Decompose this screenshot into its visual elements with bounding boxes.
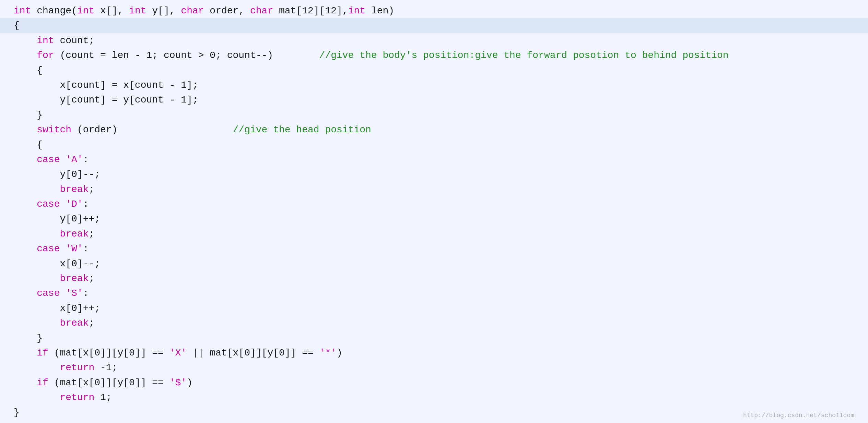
code-token-str: '*' — [319, 346, 337, 360]
code-line: } — [0, 331, 868, 346]
code-token-plain — [14, 271, 60, 286]
code-token-plain: y[], — [146, 3, 181, 18]
code-token-plain — [60, 197, 66, 212]
code-line: x[0]++; — [0, 301, 868, 316]
code-token-kw: case — [37, 152, 60, 167]
code-token-str: 'S' — [66, 286, 83, 301]
code-line: return 1; — [0, 390, 868, 405]
code-token-plain: ]++; — [77, 301, 100, 316]
code-line: break; — [0, 316, 868, 330]
code-line: for (count = len - 1; count > 0; count--… — [0, 48, 868, 63]
code-token-str: 'W' — [66, 241, 83, 256]
code-token-plain: ]] == — [135, 375, 169, 390]
code-line: case 'W': — [0, 241, 868, 256]
code-line: int count; — [0, 33, 868, 48]
code-token-plain: ) — [337, 346, 342, 360]
code-line: return -1; — [0, 360, 868, 375]
code-line: { — [0, 63, 868, 78]
code-token-plain — [14, 286, 37, 301]
code-line: if (mat[x[0]][y[0]] == 'X' || mat[x[0]][… — [0, 346, 868, 360]
code-token-num: 0 — [279, 346, 285, 360]
code-token-plain: } — [14, 108, 43, 122]
code-token-num: 0 — [71, 256, 77, 271]
code-token-plain: ]; — [187, 93, 198, 107]
code-token-plain — [14, 346, 37, 360]
code-token-num: 0 — [244, 346, 250, 360]
code-token-num: 1 — [106, 360, 112, 375]
code-token-plain: order, — [204, 3, 250, 18]
code-line: y[count] = y[count - 1]; — [0, 93, 868, 107]
code-token-kw: break — [60, 182, 89, 197]
code-line: { — [0, 18, 868, 33]
code-token-num: 0 — [71, 167, 77, 182]
code-token-kw: char — [250, 3, 273, 18]
code-token-kw: case — [37, 286, 60, 301]
code-token-plain: len) — [365, 3, 394, 18]
code-line: x[count] = x[count - 1]; — [0, 78, 868, 93]
code-token-num: 0 — [129, 346, 135, 360]
code-line: if (mat[x[0]][y[0]] == '$') — [0, 375, 868, 390]
code-token-kw: int — [77, 3, 94, 18]
code-token-plain: ; — [106, 390, 112, 405]
code-token-plain: : — [83, 197, 89, 212]
code-token-kw: switch — [37, 122, 71, 137]
code-token-str: 'A' — [66, 152, 83, 167]
code-token-plain: : — [83, 286, 89, 301]
code-token-kw: for — [37, 48, 54, 63]
code-token-num: 0 — [71, 301, 77, 316]
code-token-num: 0 — [94, 346, 100, 360]
code-token-plain: ]++; — [77, 212, 100, 226]
code-token-plain — [14, 152, 37, 167]
code-token-plain: ]][y[ — [100, 375, 129, 390]
code-container: int change(int x[], int y[], char order,… — [0, 0, 868, 423]
code-line: y[0]++; — [0, 212, 868, 226]
code-token-plain: { — [14, 63, 43, 78]
code-token-plain: ], — [337, 3, 348, 18]
code-token-num: 12 — [302, 3, 314, 18]
code-line: { — [0, 137, 868, 152]
code-line: break; — [0, 227, 868, 241]
code-line: } — [0, 108, 868, 122]
code-token-kw: break — [60, 271, 89, 286]
code-token-plain: (count = len - — [54, 48, 146, 63]
code-token-plain: y[ — [14, 167, 71, 182]
code-token-plain — [60, 286, 66, 301]
code-token-num: 1 — [181, 93, 187, 107]
code-token-plain: } — [14, 331, 43, 346]
code-line: int change(int x[], int y[], char order,… — [0, 3, 868, 18]
code-token-kw: return — [60, 360, 94, 375]
code-token-num: 12 — [325, 3, 337, 18]
code-token-num: 1 — [181, 78, 187, 93]
code-token-kw: if — [37, 346, 48, 360]
code-token-kw: if — [37, 375, 48, 390]
code-token-plain: ; — [89, 316, 94, 330]
code-token-plain — [14, 390, 60, 405]
code-token-plain: ]][y[ — [100, 346, 129, 360]
code-token-plain: : — [83, 152, 89, 167]
code-token-plain: (mat[x[ — [48, 375, 94, 390]
code-token-plain: x[ — [14, 301, 71, 316]
code-token-plain — [14, 48, 37, 63]
code-token-plain: ]] == — [135, 346, 169, 360]
code-line: x[0]--; — [0, 256, 868, 271]
code-token-comment: //give the body's position:give the forw… — [319, 48, 729, 63]
code-line: break; — [0, 182, 868, 197]
code-token-plain — [94, 390, 100, 405]
code-token-num: 0 — [129, 375, 135, 390]
code-token-kw: case — [37, 197, 60, 212]
code-token-plain: ; count--) — [215, 48, 319, 63]
code-token-plain — [14, 182, 60, 197]
code-token-plain: change( — [31, 3, 77, 18]
code-token-kw: break — [60, 227, 89, 241]
code-token-plain: ]--; — [77, 256, 100, 271]
code-token-kw: int — [129, 3, 146, 18]
code-token-num: 0 — [210, 48, 215, 63]
code-token-kw: char — [181, 3, 204, 18]
code-token-plain — [14, 316, 60, 330]
code-token-plain: x[], — [94, 3, 129, 18]
code-token-kw: break — [60, 316, 89, 330]
code-token-str: 'D' — [66, 197, 83, 212]
code-token-num: 1 — [146, 48, 152, 63]
code-token-kw: int — [37, 33, 54, 48]
code-token-num: 0 — [71, 212, 77, 226]
